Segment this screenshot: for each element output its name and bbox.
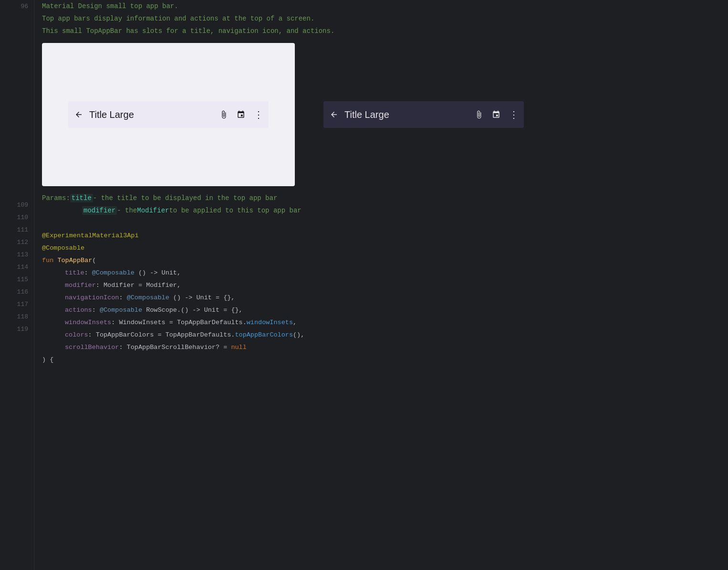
attachment-icon-dark[interactable]	[472, 108, 486, 121]
line-num-p2	[0, 62, 34, 74]
line-num-96: 96	[0, 0, 34, 12]
doc-line-1: Material Design small top app bar.	[42, 0, 728, 12]
line-num-p10	[0, 161, 34, 174]
line-num-blank2	[0, 25, 34, 37]
code-line-113: modifier: Modifier = Modifier,	[42, 279, 728, 291]
doc-modifier-line: modifier - the Modifier to be applied to…	[42, 204, 728, 217]
code-line-111: fun TopAppBar(	[42, 254, 728, 266]
line-num-113: 113	[0, 248, 34, 261]
code-line-115: actions: @Composable RowScope.() -> Unit…	[42, 304, 728, 316]
line-num-p8	[0, 137, 34, 149]
attachment-icon-light[interactable]	[217, 108, 230, 121]
more-icon-dark[interactable]: ⋮	[507, 108, 520, 121]
code-content: Material Design small top app bar. Top a…	[34, 0, 728, 570]
code-line-110: @Composable	[42, 242, 728, 254]
line-num-blank4	[0, 174, 34, 186]
line-num-116: 116	[0, 285, 34, 298]
blank-spacer	[42, 217, 728, 229]
line-num-blank1	[0, 12, 34, 25]
doc-params-line: Params: title - the title to be displaye…	[42, 192, 728, 204]
line-num-p3	[0, 74, 34, 87]
line-num-blank3	[0, 37, 34, 50]
code-line-116: windowInsets: WindowInsets = TopAppBarDe…	[42, 316, 728, 328]
line-num-118: 118	[0, 310, 34, 323]
line-num-blank5	[0, 186, 34, 199]
line-num-110: 110	[0, 211, 34, 223]
calendar-icon-dark[interactable]	[489, 108, 503, 121]
code-line-109: @ExperimentalMaterial3Api	[42, 229, 728, 242]
line-num-p6	[0, 112, 34, 124]
code-line-114: navigationIcon: @Composable () -> Unit =…	[42, 291, 728, 304]
topbar-light: Title Large ⋮	[68, 101, 269, 128]
back-icon-dark[interactable]	[327, 108, 341, 121]
back-icon-light[interactable]	[72, 108, 85, 121]
doc-line-2: Top app bars display information and act…	[42, 12, 728, 25]
line-num-109: 109	[0, 199, 34, 211]
line-num-p1	[0, 50, 34, 62]
preview-light-box: Title Large ⋮	[42, 43, 295, 186]
topbar-title-light: Title Large	[89, 109, 213, 120]
more-icon-light[interactable]: ⋮	[251, 108, 265, 121]
code-line-117: colors: TopAppBarColors = TopAppBarDefau…	[42, 328, 728, 341]
line-num-p7	[0, 124, 34, 137]
code-line-112: title: @Composable () -> Unit,	[42, 266, 728, 279]
line-num-p9	[0, 149, 34, 161]
editor-container: 96 109 110 111 112 113 114 115 116 117 1…	[0, 0, 728, 570]
line-num-114: 114	[0, 261, 34, 273]
line-num-112: 112	[0, 236, 34, 248]
line-num-119: 119	[0, 323, 34, 335]
line-num-p5	[0, 99, 34, 112]
line-num-117: 117	[0, 298, 34, 310]
calendar-icon-light[interactable]	[234, 108, 248, 121]
code-line-118: scrollBehavior: TopAppBarScrollBehavior?…	[42, 341, 728, 353]
doc-line-3: This small TopAppBar has slots for a tit…	[42, 25, 728, 37]
line-num-p4	[0, 87, 34, 99]
line-numbers: 96 109 110 111 112 113 114 115 116 117 1…	[0, 0, 34, 570]
line-num-115: 115	[0, 273, 34, 285]
code-line-119: ) {	[42, 353, 728, 366]
topbar-title-dark: Title Large	[344, 109, 468, 120]
preview-section: Title Large ⋮ Title Large	[42, 41, 728, 188]
line-num-111: 111	[0, 223, 34, 236]
topbar-dark: Title Large ⋮	[323, 101, 524, 128]
